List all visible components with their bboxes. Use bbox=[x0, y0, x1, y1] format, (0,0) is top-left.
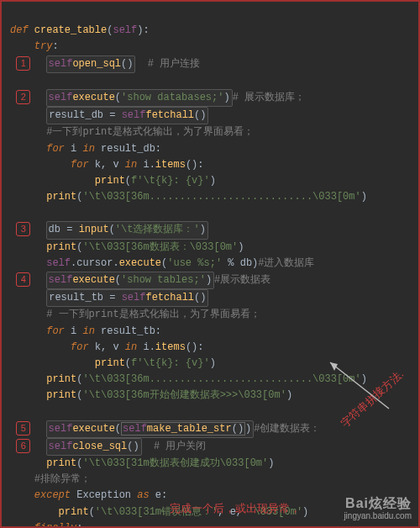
watermark: Bai炫经验 jingyan.baidu.com bbox=[344, 495, 412, 521]
code-editor: def create_table(self): try: 1 selfopen_… bbox=[2, 2, 418, 528]
marker-5: 5 bbox=[16, 421, 30, 436]
line: def create_table(self): bbox=[10, 24, 150, 36]
marker-6: 6 bbox=[16, 439, 30, 453]
marker-1: 1 bbox=[16, 56, 30, 71]
marker-4: 4 bbox=[16, 272, 30, 287]
annotation-bottom: 完成一个后，或出现异常， bbox=[170, 500, 301, 518]
marker-3: 3 bbox=[16, 222, 30, 236]
marker-2: 2 bbox=[16, 90, 30, 104]
